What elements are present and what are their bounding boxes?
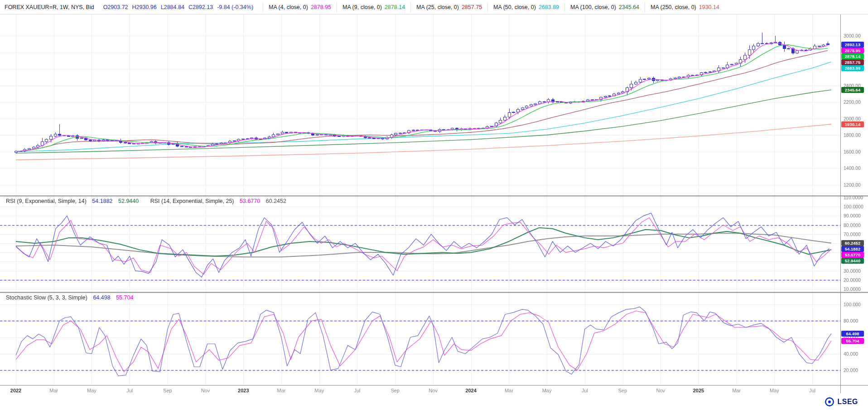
- rsi-legend-label-2: RSI (14, Exponential, Simple, 25): [150, 198, 234, 204]
- quote-open: O2903.72: [103, 4, 128, 10]
- stoch-value-2: 55.704: [116, 294, 133, 301]
- ma-legend-label: MA (100, close, 0): [570, 4, 616, 10]
- ma-legend-item-4[interactable]: MA (4, close, 0)2878.95: [269, 4, 331, 10]
- ma-legend-label: MA (4, close, 0): [269, 4, 308, 10]
- header-separator: [487, 2, 488, 12]
- ma-legend-label: MA (9, close, 0): [342, 4, 382, 10]
- stoch-legend[interactable]: Stochastic Slow (5, 3, 3, Simple) 64.498…: [6, 294, 133, 301]
- header-separator: [263, 2, 263, 12]
- ma-legend-item-25[interactable]: MA (25, close, 0)2857.75: [416, 4, 482, 10]
- rsi-value-1: 54.1882: [92, 198, 112, 204]
- lseg-logo: LSEG: [825, 397, 858, 407]
- ma-legend-value: 2878.14: [385, 4, 405, 10]
- rsi-value-4: 60.2452: [266, 198, 286, 204]
- rsi-legend-label: RSI (9, Exponential, Simple, 14): [6, 198, 87, 204]
- stoch-legend-label: Stochastic Slow (5, 3, 3, Simple): [6, 294, 87, 301]
- ma-legend-label: MA (250, close, 0): [651, 4, 696, 10]
- rsi-value-2: 52.9440: [118, 198, 139, 204]
- lseg-logo-text: LSEG: [837, 398, 858, 406]
- chart-window: FOREX XAUEUR=R, 1W, NYS, Bid O2903.72 H2…: [0, 0, 868, 410]
- ma-legend-value: 2345.64: [619, 4, 639, 10]
- quote-low: L2884.84: [161, 4, 184, 10]
- header-separator: [337, 2, 337, 12]
- chart-plot-canvas[interactable]: [0, 0, 868, 410]
- ma-legend-label: MA (25, close, 0): [416, 4, 459, 10]
- rsi-legend[interactable]: RSI (9, Exponential, Simple, 14) 54.1882…: [6, 198, 286, 204]
- ma-legend-item-100[interactable]: MA (100, close, 0)2345.64: [570, 4, 639, 10]
- chart-header: FOREX XAUEUR=R, 1W, NYS, Bid O2903.72 H2…: [0, 0, 868, 14]
- rsi-value-3: 53.6770: [240, 198, 260, 204]
- header-separator: [410, 2, 411, 12]
- header-separator: [564, 2, 565, 12]
- ma-legend-value: 2878.95: [311, 4, 331, 10]
- ma-legend-item-50[interactable]: MA (50, close, 0)2683.89: [493, 4, 559, 10]
- ma-legend-value: 2857.75: [462, 4, 482, 10]
- ma-legend-value: 2683.89: [539, 4, 559, 10]
- ma-legend-value: 1930.14: [699, 4, 719, 10]
- quote-close: C2892.13: [188, 4, 213, 10]
- instrument-title[interactable]: FOREX XAUEUR=R, 1W, NYS, Bid: [5, 4, 94, 10]
- stoch-value-1: 64.498: [93, 294, 110, 301]
- ma-legend-item-9[interactable]: MA (9, close, 0)2878.14: [342, 4, 405, 10]
- ma-legend-label: MA (50, close, 0): [493, 4, 536, 10]
- quote-change: -9.84 (-0.34%): [217, 4, 253, 10]
- lseg-logo-icon: [825, 397, 834, 407]
- ma-legend-item-250[interactable]: MA (250, close, 0)1930.14: [651, 4, 719, 10]
- header-separator: [645, 2, 645, 12]
- quote-high: H2930.96: [132, 4, 157, 10]
